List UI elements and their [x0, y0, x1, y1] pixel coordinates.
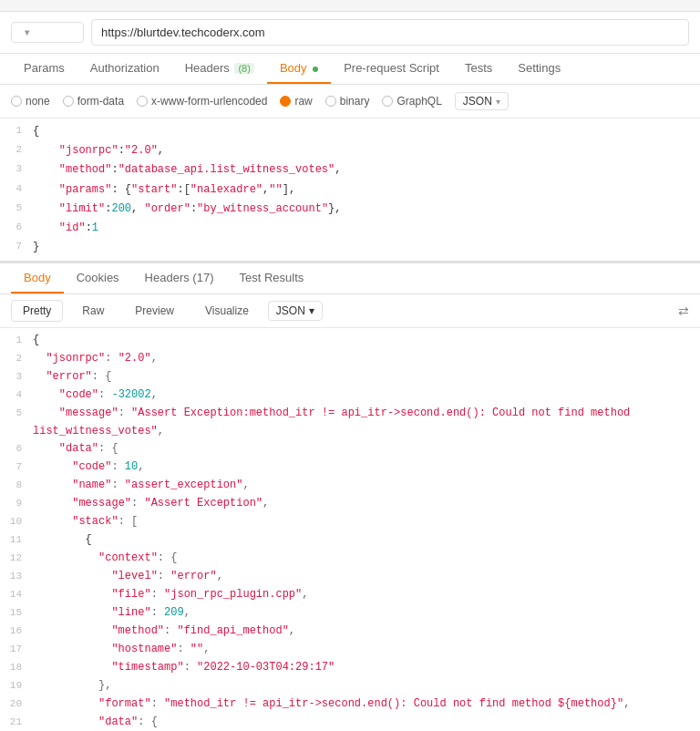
resp-code-line: 11 {	[0, 531, 700, 550]
token: "message"	[59, 407, 118, 419]
tab-params[interactable]: Params	[11, 54, 77, 84]
filter-icon[interactable]: ⇄	[678, 304, 689, 318]
resp-line-number: 20	[0, 695, 33, 713]
resp-line-number: 10	[0, 513, 33, 530]
resp-line-number: 13	[0, 568, 33, 585]
resp-line-number: 8	[0, 477, 33, 494]
resp-btn-pretty[interactable]: Pretty	[11, 300, 63, 322]
token: },	[98, 679, 111, 692]
token: ,	[203, 643, 210, 655]
token: 209	[164, 606, 184, 619]
body-types-bar: noneform-datax-www-form-urlencodedrawbin…	[0, 85, 700, 118]
resp-line-content: "stack": [	[33, 513, 700, 530]
radio-label-formdata: form-data	[77, 95, 124, 108]
resp-tab-headers[interactable]: Headers (17)	[132, 263, 227, 293]
line-number: 5	[0, 201, 33, 217]
resp-code-line: 10 "stack": [	[0, 513, 700, 531]
line-number: 7	[0, 239, 33, 255]
resp-code-line: 12 "context": {	[0, 550, 700, 568]
token: :	[151, 606, 164, 619]
req-code-line: 6 "id":1	[0, 219, 700, 238]
tab-tests[interactable]: Tests	[452, 54, 505, 84]
token: ,	[623, 697, 630, 710]
tab-auth[interactable]: Authorization	[77, 54, 172, 84]
body-type-raw[interactable]: raw	[280, 95, 312, 108]
token: "2.0"	[118, 352, 151, 365]
line-content: "params": {"start":["nalexadre",""],	[33, 181, 700, 199]
token: :	[151, 697, 164, 710]
token: :	[111, 479, 124, 491]
resp-code-line: 16 "method": "find_api_method",	[0, 623, 700, 641]
resp-code-line: 3 "error": {	[0, 368, 700, 386]
url-input[interactable]	[91, 19, 689, 46]
resp-tab-cookies[interactable]: Cookies	[64, 263, 132, 293]
resp-line-content: "level": "error",	[33, 568, 700, 585]
resp-code-line: 14 "file": "json_rpc_plugin.cpp",	[0, 586, 700, 604]
token: "data"	[59, 442, 98, 455]
resp-code-line: 18 "timestamp": "2022-10-03T04:29:17"	[0, 659, 700, 677]
token: ,	[158, 425, 164, 438]
json-format-select[interactable]: JSON▾	[455, 92, 509, 110]
resp-tab-testresults[interactable]: Test Results	[226, 263, 316, 293]
resp-line-content: "data": {	[33, 714, 700, 731]
req-code-line: 2 "jsonrpc":"2.0",	[0, 141, 700, 160]
line-number: 6	[0, 220, 33, 236]
resp-line-number: 3	[0, 368, 33, 386]
token: "error"	[46, 370, 91, 383]
body-type-urlencoded[interactable]: x-www-form-urlencoded	[137, 95, 267, 108]
radio-circle-binary	[325, 96, 336, 107]
resp-line-content: "error": {	[33, 368, 700, 386]
body-type-none[interactable]: none	[11, 95, 50, 108]
body-type-formdata[interactable]: form-data	[63, 95, 124, 108]
resp-code-line: 2 "jsonrpc": "2.0",	[0, 350, 700, 368]
resp-line-content: "context": {	[33, 550, 700, 567]
token: "file"	[111, 588, 150, 601]
request-tabs-bar: ParamsAuthorizationHeaders (8)Body Pre-r…	[0, 54, 700, 85]
resp-code-line: 20 "format": "method_itr != api_itr->sec…	[0, 695, 700, 714]
token: "message"	[72, 497, 131, 510]
token: "jsonrpc"	[46, 352, 105, 365]
method-arrow-icon: ▾	[25, 27, 29, 37]
tab-headers[interactable]: Headers (8)	[172, 54, 267, 84]
resp-json-select[interactable]: JSON▾	[268, 301, 323, 321]
response-code: 1{2 "jsonrpc": "2.0",3 "error": {4 "code…	[0, 328, 700, 731]
token: "Assert Exception"	[144, 497, 262, 510]
token: : {	[138, 716, 158, 728]
resp-btn-raw[interactable]: Raw	[70, 300, 116, 322]
resp-line-content: "name": "assert_exception",	[33, 477, 700, 494]
json-format-label: JSON	[463, 95, 492, 108]
token: "assert_exception"	[125, 479, 243, 491]
token: :	[111, 460, 124, 473]
resp-line-number: 21	[0, 714, 33, 731]
radio-label-raw: raw	[294, 95, 312, 108]
resp-line-content: "method": "find_api_method",	[33, 623, 700, 640]
resp-line-content: "file": "json_rpc_plugin.cpp",	[33, 586, 700, 603]
resp-btn-preview[interactable]: Preview	[123, 300, 186, 322]
token: ,	[302, 588, 308, 601]
method-select[interactable]: ▾	[11, 22, 84, 43]
body-type-graphql[interactable]: GraphQL	[382, 95, 441, 108]
req-code-line: 5 "limit":200, "order":"by_witness_accou…	[0, 200, 700, 219]
token: :	[118, 407, 131, 419]
token: ""	[190, 643, 203, 655]
resp-code-line: 7 "code": 10,	[0, 458, 700, 477]
token: ,	[138, 460, 144, 473]
resp-line-number: 12	[0, 550, 33, 567]
resp-code-line: 21 "data": {	[0, 714, 700, 731]
token: ,	[151, 388, 158, 401]
tab-settings[interactable]: Settings	[505, 54, 573, 84]
req-code-line: 3 "method":"database_api.list_witness_vo…	[0, 160, 700, 180]
body-type-binary[interactable]: binary	[325, 95, 370, 108]
resp-line-number: 6	[0, 440, 33, 458]
resp-btn-visualize[interactable]: Visualize	[193, 300, 261, 322]
token: "json_rpc_plugin.cpp"	[164, 588, 302, 601]
request-code-editor[interactable]: 1{2 "jsonrpc":"2.0",3 "method":"database…	[0, 118, 700, 262]
resp-tab-body[interactable]: Body	[11, 263, 64, 293]
tab-prerequest[interactable]: Pre-request Script	[331, 54, 452, 84]
resp-line-content: "code": -32002,	[33, 386, 700, 404]
resp-line-number: 15	[0, 604, 33, 622]
token: "context"	[98, 551, 158, 564]
tab-body[interactable]: Body	[267, 54, 331, 84]
token: :	[151, 588, 164, 601]
resp-code-line: 4 "code": -32002,	[0, 386, 700, 405]
